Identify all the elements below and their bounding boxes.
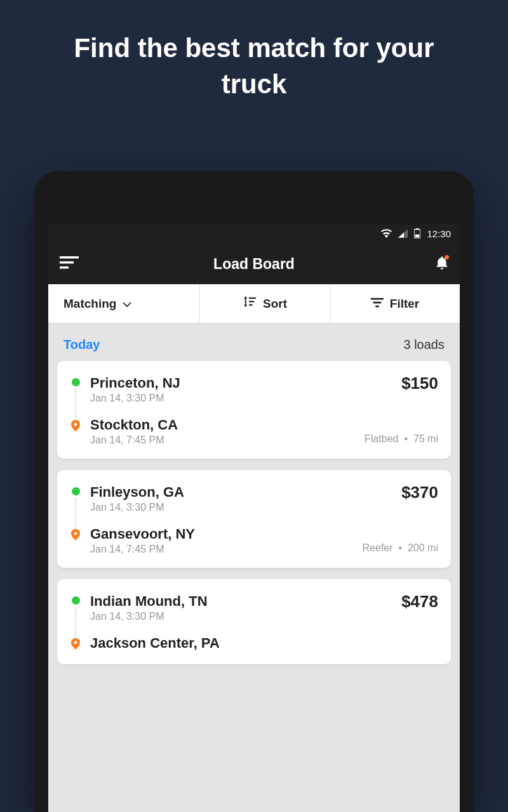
svg-rect-8 <box>249 304 252 306</box>
matching-label: Matching <box>64 297 116 311</box>
load-meta: Flatbed • 75 mi <box>364 433 438 445</box>
device-screen: 12:30 Load Board Matching <box>48 223 460 812</box>
origin-city: Indian Mound, TN <box>90 593 438 610</box>
origin-dot-icon <box>72 378 80 386</box>
destination-pin-icon <box>70 635 81 650</box>
section-count: 3 loads <box>404 337 445 352</box>
sort-button[interactable]: Sort <box>200 284 330 323</box>
origin-city: Princeton, NJ <box>90 375 438 391</box>
load-card[interactable]: $150 Princeton, NJ Jan 14, 3:30 PM Stock… <box>57 361 451 459</box>
status-time: 12:30 <box>427 228 451 239</box>
wifi-icon <box>381 229 392 238</box>
svg-rect-2 <box>415 235 419 238</box>
svg-rect-5 <box>60 266 69 269</box>
svg-rect-9 <box>371 298 384 299</box>
promo-title: Find the best match for your truck <box>0 0 508 102</box>
origin-time: Jan 14, 3:30 PM <box>90 393 438 404</box>
notification-dot <box>444 255 449 259</box>
device-frame: 12:30 Load Board Matching <box>34 171 474 812</box>
origin-time: Jan 14, 3:30 PM <box>90 611 438 622</box>
origin-dot-icon <box>72 487 80 495</box>
svg-rect-10 <box>373 301 381 303</box>
filter-label: Filter <box>390 297 419 311</box>
dest-leg: Jackson Center, PA <box>70 635 438 652</box>
destination-pin-icon <box>70 417 81 431</box>
menu-icon[interactable] <box>60 256 79 272</box>
dest-city: Gansevoort, NY <box>90 526 438 542</box>
origin-city: Finleyson, GA <box>90 484 438 501</box>
origin-time: Jan 14, 3:30 PM <box>90 502 438 513</box>
svg-rect-4 <box>60 261 74 264</box>
controls-row: Matching Sort <box>48 284 460 324</box>
filter-icon <box>371 297 384 311</box>
svg-rect-6 <box>249 298 256 299</box>
app-header: Load Board <box>48 244 460 284</box>
status-bar: 12:30 <box>48 223 460 244</box>
svg-rect-7 <box>249 301 254 302</box>
load-card[interactable]: $478 Indian Mound, TN Jan 14, 3:30 PM Ja… <box>57 579 451 664</box>
chevron-down-icon <box>123 297 131 311</box>
origin-leg: Finleyson, GA Jan 14, 3:30 PM <box>70 484 438 513</box>
filter-button[interactable]: Filter <box>330 284 460 323</box>
matching-dropdown[interactable]: Matching <box>48 284 200 323</box>
sort-label: Sort <box>263 297 287 311</box>
dest-city: Stockton, CA <box>90 417 438 433</box>
svg-rect-11 <box>375 305 378 307</box>
load-card[interactable]: $370 Finleyson, GA Jan 14, 3:30 PM Ganse… <box>57 470 451 568</box>
destination-pin-icon <box>70 526 81 540</box>
notifications-button[interactable] <box>436 256 448 272</box>
origin-dot-icon <box>72 596 80 605</box>
svg-rect-3 <box>60 256 79 259</box>
origin-leg: Indian Mound, TN Jan 14, 3:30 PM <box>70 593 438 622</box>
cellular-icon <box>398 229 408 238</box>
origin-leg: Princeton, NJ Jan 14, 3:30 PM <box>70 375 438 404</box>
section-date: Today <box>64 337 100 352</box>
load-cards: $150 Princeton, NJ Jan 14, 3:30 PM Stock… <box>48 361 460 676</box>
section-header: Today 3 loads <box>48 324 460 361</box>
battery-icon <box>414 228 420 239</box>
dest-city: Jackson Center, PA <box>90 635 438 652</box>
sort-icon <box>243 296 257 311</box>
page-title: Load Board <box>48 256 460 273</box>
load-meta: Reefer • 200 mi <box>363 542 438 554</box>
